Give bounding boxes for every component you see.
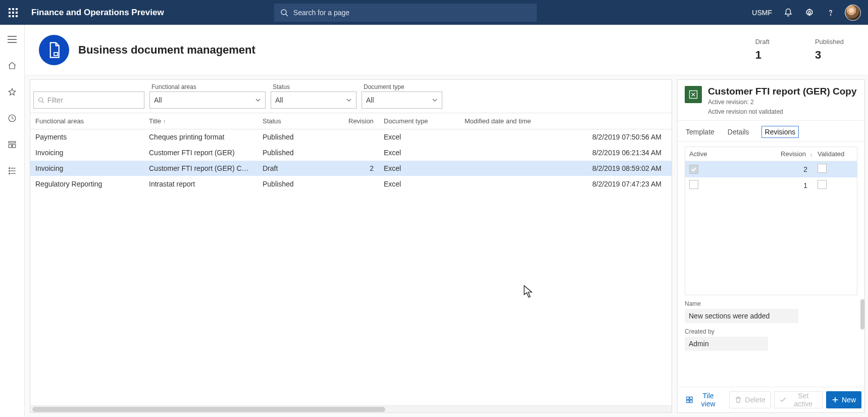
modules-icon xyxy=(8,166,17,175)
filter-doctype[interactable]: All xyxy=(362,91,442,109)
table-row[interactable]: PaymentsCheques printing formatPublished… xyxy=(30,129,672,145)
cell-doctype: Excel xyxy=(379,176,459,192)
home-icon xyxy=(8,61,17,70)
cell-doctype: Excel xyxy=(379,129,459,145)
active-checkbox[interactable] xyxy=(689,180,698,189)
delete-label: Delete xyxy=(745,396,765,404)
revision-row[interactable]: 1 xyxy=(685,177,857,194)
tile-view-button[interactable]: Tile view xyxy=(681,391,726,408)
cell-revision xyxy=(343,176,379,192)
list-panel: Functional areas All Status All xyxy=(30,79,672,413)
cell-status: Draft xyxy=(258,161,343,176)
col-modified[interactable]: Modified date and time xyxy=(459,113,672,129)
nav-modules[interactable] xyxy=(3,161,22,180)
filter-icon xyxy=(38,97,44,104)
header-stats: Draft 1 Published 3 xyxy=(755,38,854,62)
set-active-button[interactable]: Set active xyxy=(774,391,823,408)
cell-status: Published xyxy=(258,129,343,145)
chevron-down-icon xyxy=(255,97,261,103)
stat-published-value: 3 xyxy=(815,49,844,62)
name-field[interactable]: New sections were added xyxy=(685,309,798,323)
stat-draft-value: 1 xyxy=(755,49,770,62)
cell-modified: 8/2/2019 08:59:02 AM xyxy=(459,161,672,176)
stat-draft[interactable]: Draft 1 xyxy=(755,38,770,62)
chevron-down-icon xyxy=(432,97,438,103)
svg-rect-21 xyxy=(687,397,689,399)
legal-entity-picker[interactable]: USMF xyxy=(752,9,772,17)
svg-rect-9 xyxy=(9,145,12,148)
nav-rail xyxy=(0,25,25,417)
stat-draft-label: Draft xyxy=(755,38,770,45)
workspace: Functional areas All Status All xyxy=(25,75,868,417)
nav-recent[interactable] xyxy=(3,109,22,128)
svg-line-19 xyxy=(42,101,44,103)
app-launcher-button[interactable] xyxy=(3,3,23,23)
svg-rect-22 xyxy=(690,397,692,399)
revcol-validated[interactable]: Validated xyxy=(818,150,853,158)
detail-active-revision: Active revision: 2 xyxy=(708,98,857,107)
quick-filter-text[interactable] xyxy=(47,96,140,104)
col-doctype[interactable]: Document type xyxy=(379,113,459,129)
col-functional-areas[interactable]: Functional areas xyxy=(30,113,144,129)
nav-expand-button[interactable] xyxy=(3,30,22,49)
notifications-button[interactable] xyxy=(778,3,798,23)
svg-rect-8 xyxy=(9,142,16,143)
col-title[interactable]: Title↑ xyxy=(144,113,258,129)
scrollbar-thumb[interactable] xyxy=(32,407,385,412)
chevron-down-icon xyxy=(346,97,352,103)
tab-details[interactable]: Details xyxy=(727,126,750,141)
help-button[interactable] xyxy=(821,3,841,23)
settings-button[interactable] xyxy=(799,3,820,23)
global-search[interactable] xyxy=(274,4,537,22)
table-row[interactable]: InvoicingCustomer FTI report (GER)Publis… xyxy=(30,145,672,161)
detail-title: Customer FTI report (GER) Copy xyxy=(708,86,857,97)
new-button[interactable]: New xyxy=(826,391,861,408)
grid-header-row: Functional areas Title↑ Status Revision … xyxy=(30,113,672,129)
cell-title: Customer FTI report (GER) xyxy=(144,145,258,161)
nav-home[interactable] xyxy=(3,56,22,75)
main: Business document management Draft 1 Pub… xyxy=(25,25,868,417)
col-revision[interactable]: Revision xyxy=(343,113,379,129)
revcol-active[interactable]: Active xyxy=(689,150,750,158)
filter-func-value: All xyxy=(154,96,162,104)
detail-header: Customer FTI report (GER) Copy Active re… xyxy=(678,80,864,121)
user-avatar[interactable] xyxy=(845,5,861,21)
tab-template[interactable]: Template xyxy=(685,126,716,141)
workspace-icon xyxy=(8,140,17,149)
validated-checkbox[interactable] xyxy=(818,164,827,173)
validated-checkbox[interactable] xyxy=(818,180,827,189)
quick-filter-input[interactable] xyxy=(33,91,144,109)
search-icon xyxy=(280,9,288,17)
cell-revision: 2 xyxy=(343,161,379,176)
cell-status: Published xyxy=(258,145,343,161)
tab-revisions[interactable]: Revisions xyxy=(761,126,799,138)
filter-functional-areas[interactable]: All xyxy=(149,91,266,109)
stat-published[interactable]: Published 3 xyxy=(815,38,844,62)
nav-favorites[interactable] xyxy=(3,82,22,102)
detail-tabs: Template Details Revisions xyxy=(678,121,864,142)
svg-line-1 xyxy=(286,14,288,16)
vertical-scrollbar[interactable] xyxy=(860,299,864,330)
col-status[interactable]: Status xyxy=(258,113,343,129)
revisions-grid: Active Revision ↓ Validated 21 xyxy=(685,147,857,295)
filter-status[interactable]: All xyxy=(271,91,356,109)
sort-desc-icon: ↓ xyxy=(810,151,813,157)
table-row[interactable]: Regulatory ReportingIntrastat reportPubl… xyxy=(30,176,672,192)
global-search-input[interactable] xyxy=(293,9,531,17)
active-checkbox[interactable] xyxy=(689,165,698,174)
table-row[interactable]: InvoicingCustomer FTI report (GER) CopyD… xyxy=(30,161,672,176)
tile-icon xyxy=(686,396,693,403)
revision-row[interactable]: 2 xyxy=(685,161,857,177)
trash-icon xyxy=(735,396,742,403)
createdby-field[interactable]: Admin xyxy=(685,337,768,351)
delete-button[interactable]: Delete xyxy=(729,391,771,408)
createdby-label: Created by xyxy=(685,328,857,335)
gear-icon xyxy=(805,8,814,17)
horizontal-scrollbar[interactable] xyxy=(30,405,672,412)
cell-title: Intrastat report xyxy=(144,176,258,192)
cell-title: Cheques printing format xyxy=(144,129,258,145)
revcol-revision[interactable]: Revision ↓ xyxy=(750,150,818,158)
detail-actions: Tile view Delete Set active New xyxy=(678,387,864,412)
nav-workspaces[interactable] xyxy=(3,135,22,154)
cell-functional-area: Regulatory Reporting xyxy=(30,176,144,192)
